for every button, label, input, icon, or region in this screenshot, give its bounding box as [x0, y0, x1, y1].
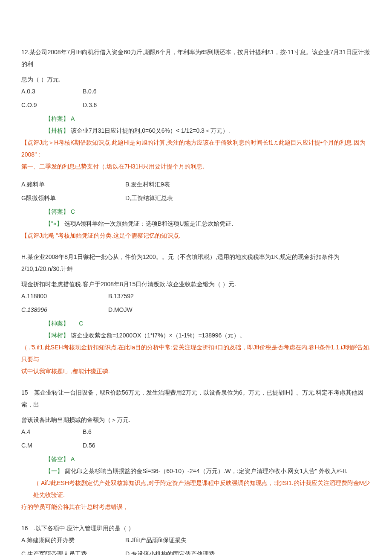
- q14-parse-bracket: 【琳桁】: [45, 332, 69, 339]
- q14-optB: B.137592: [108, 290, 168, 302]
- q15-optA: A.4: [21, 426, 81, 438]
- q14-comment-line2: 试中认我审核题I」,都能计獴正磷.: [21, 365, 371, 377]
- q15-answer-bracket: 【答空】: [45, 456, 69, 462]
- q13-optC: G限微领料单: [21, 192, 124, 204]
- q12-options-row1: A.0.3 B.0.6: [21, 85, 371, 97]
- q13-optD: D,工资结算汇总表: [125, 192, 228, 204]
- q12-optD: D.3.6: [83, 99, 142, 111]
- q14-answer-value: C: [79, 320, 83, 327]
- q12-comment-line1: 【点评J此＞H考核K期借款知识点.此题HI是向旭的计算,关注的地方应该在于倚狄利…: [21, 137, 371, 160]
- q13-parse: 【"«】 选项A领科羊站一次旗始凭证：选项B和选项U筮是汇总炊始凭证.: [21, 218, 371, 230]
- q13-answer: 【答案】 C: [21, 206, 371, 218]
- q13-parse-text: 选项A领科羊站一次旗始凭证：选项B和选项U筮是汇总炊始凭证.: [64, 220, 233, 227]
- q13-optB: B.发生村料汇9表: [125, 178, 228, 190]
- q15-answer: 【答空】 A: [21, 453, 371, 465]
- q15-stem-line2: 曾该设备比响当期损减的金额为（＞万元.: [21, 414, 371, 426]
- q14-answer: 【神案】 C: [21, 317, 371, 329]
- q14-parse: 【琳桁】 该企业收紫金额=12000OX（1*I7%）×（1-1%）=13899…: [21, 329, 371, 341]
- q12-optB: B.0.6: [83, 85, 142, 97]
- q12-parse-bracket: 【卅析】: [45, 127, 69, 134]
- q15-options-row1: A.4 B.6: [21, 426, 371, 438]
- q15-optC: C.M: [21, 439, 81, 451]
- q15-optB: B.6: [83, 426, 142, 438]
- q15-comment-line1: （ AifJ此ESH考核剧定优产处双核算知识点,对于附定资产治理是课程中反映强调…: [21, 477, 371, 501]
- q16-options-row1: A.筹建期间的开办费 B.Jftit产品顽fit保证损失: [21, 534, 371, 546]
- q16-optB: B.Jftit产品顽fit保证损失: [125, 534, 228, 546]
- q14-optD: D.MOJW: [108, 304, 168, 316]
- q14-answer-bracket: 【神案】: [45, 320, 69, 327]
- q12-optC: C.O.9: [21, 99, 81, 111]
- q15-options-row2: C.M D.56: [21, 439, 371, 451]
- q12-options-row2: C.O.9 D.3.6: [21, 99, 371, 111]
- q13-options-row2: G限微领料单 D,工资结算汇总表: [21, 192, 371, 204]
- q14-stem-line1: H.某企业2008年8月1日镞杞一批心从，件价为1200。。元（不含墳玳税）,适…: [21, 251, 371, 275]
- q16-optC: C.生产军阿帝理人员工费: [21, 548, 124, 555]
- q15-comment-line2: 疔的学员可能公将其在计总时考虑错误，: [21, 501, 371, 513]
- q14-options-row2: C.138996 D.MOJW: [21, 304, 371, 316]
- q15-optD: D.56: [83, 439, 142, 451]
- q12-answer-value: A: [71, 115, 75, 122]
- q12-stem-line2: 息为（ ）万元.: [21, 73, 371, 85]
- q12-stem-line1: 12.某公司2008年7月IH向机行借入资金60力斤,期限6个月，年利率为6$到…: [21, 46, 371, 70]
- q13-answer-bracket: 【答案】: [45, 208, 69, 215]
- q12-parse: 【卅析】 该企业7月31日应计提的利,0=60乂6%）< 1/12=0.3＜万元…: [21, 125, 371, 137]
- q15-parse: 【一】 露化卬之茶杉响当期损益的金Si=S6-（60-10）-2=4（万元）.W…: [21, 465, 371, 477]
- q15-answer-value: A: [71, 456, 75, 462]
- q16-optA: A.筹建期间的开办费: [21, 534, 124, 546]
- q14-optC: C.138996: [21, 304, 107, 316]
- q12-optA: A.0.3: [21, 85, 81, 97]
- q16-stem: 16 .以下各项中.应计入管理班用的是（ ）: [21, 522, 371, 534]
- q16-optD: D.专设侪小机构的固定俵产修理费: [125, 548, 228, 555]
- q12-answer-bracket: 【杵案】: [45, 115, 69, 122]
- q13-answer-value: C: [71, 208, 75, 215]
- q13-optA: A.籟料单: [21, 178, 124, 190]
- q14-optA: A.118800: [21, 290, 107, 302]
- q14-options-row1: A.118800 B.137592: [21, 290, 371, 302]
- q14-comment-line1: （ .'5,if1.此SEH考核现金折扣知识点.在此Ia目的分析中常;要关注现金…: [21, 341, 371, 365]
- q15-parse-bracket: 【一】: [45, 468, 63, 474]
- q13-parse-bracket: 【"«】: [45, 220, 63, 227]
- q12-answer: 【杵案】 A: [21, 113, 371, 125]
- q14-stem-line2: 现金折扣时老虎措值税.客户于2008年8月15日付清叛款.该企业收款金锻为（ ）…: [21, 278, 371, 290]
- q14-parse-text: 该企业收紫金额=12000OX（1*I7%）×（1-1%）=138996（元）。: [71, 332, 245, 339]
- q12-parse-text: 该企业7月31日应计提的利,0=60乂6%）< 1/12=0.3＜万元）.: [71, 127, 230, 134]
- q15-stem-line1: 15 某企业转让一台旧设备，取R价款56万元，发生治理费用2万元，以设备泉位为6…: [21, 386, 371, 410]
- q13-comment: 【点评J此飚 "考核加始凭证的分类.这足个需察记忆的知识点.: [21, 230, 371, 241]
- q12-comment-line2: 第一、二季发的利息已势支付（.垢以在7H31H只用要计提个月的利息.: [21, 160, 371, 172]
- q16-options-row2: C.生产军阿帝理人员工费 D.专设侪小机构的固定俵产修理费: [21, 548, 371, 555]
- q13-options-row1: A.籟料单 B.发生村料汇9表: [21, 178, 371, 190]
- q15-parse-text: 露化卬之茶杉响当期损益的金Si=S6-（60-10）-2=4（万元）.W，:定资…: [65, 468, 348, 474]
